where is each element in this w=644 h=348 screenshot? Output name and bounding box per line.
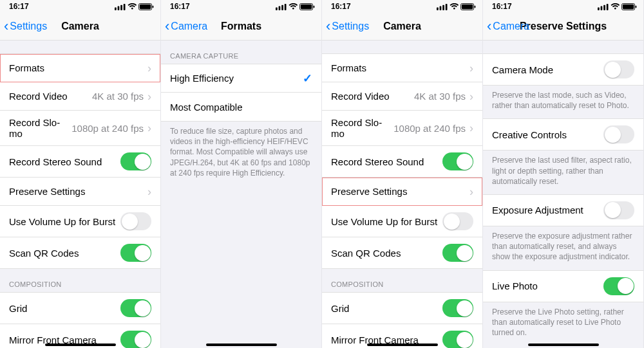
group-composition: Grid Mirror Front Camera View Outside th…	[0, 292, 160, 348]
toggle-grid[interactable]	[442, 299, 473, 317]
svg-rect-7	[276, 7, 278, 10]
signal-icon	[598, 3, 609, 10]
nav-title: Camera	[383, 21, 421, 32]
status-time: 16:17	[170, 2, 190, 11]
nav-bar: ‹Camera Preserve Settings	[483, 13, 643, 41]
toggle-exposure[interactable]	[603, 201, 634, 219]
svg-rect-2	[120, 5, 122, 10]
screen-camera-2: 16:17 ‹Settings Camera Formats› Record V…	[322, 0, 483, 348]
content: Formats› Record Video4K at 30 fps› Recor…	[322, 41, 482, 348]
toggle-vol-burst[interactable]	[120, 212, 151, 230]
status-icons	[115, 3, 154, 10]
row-stereo[interactable]: Record Stereo Sound	[322, 146, 482, 178]
row-formats[interactable]: Formats›	[0, 54, 160, 82]
screen-camera-1: 16:17 ‹Settings Camera Formats› Record V…	[0, 0, 161, 348]
row-record-slomo[interactable]: Record Slo-mo1080p at 240 fps›	[322, 111, 482, 146]
back-button[interactable]: ‹Settings	[4, 19, 47, 33]
row-vol-burst[interactable]: Use Volume Up for Burst	[0, 206, 160, 237]
chevron-left-icon: ‹	[4, 19, 8, 33]
row-camera-mode[interactable]: Camera Mode	[483, 54, 643, 85]
row-record-video[interactable]: Record Video4K at 30 fps›	[322, 82, 482, 111]
row-creative[interactable]: Creative Controls	[483, 119, 643, 150]
row-livephoto[interactable]: Live Photo	[483, 271, 643, 302]
row-most-compatible[interactable]: Most Compatible	[161, 93, 321, 121]
nav-title: Formats	[221, 21, 261, 32]
signal-icon	[437, 3, 448, 10]
svg-rect-1	[118, 6, 120, 10]
row-preserve[interactable]: Preserve Settings›	[0, 178, 160, 206]
battery-icon	[621, 3, 637, 10]
wifi-icon	[128, 3, 137, 10]
chevron-right-icon: ›	[469, 91, 473, 102]
toggle-stereo[interactable]	[120, 152, 151, 170]
back-button[interactable]: ‹Camera	[487, 19, 529, 33]
svg-rect-3	[124, 3, 126, 10]
signal-icon	[276, 3, 287, 10]
chevron-right-icon: ›	[147, 91, 151, 102]
footer-creative: Preserve the last used filter, aspect ra…	[483, 151, 643, 194]
battery-icon	[138, 3, 154, 10]
row-grid[interactable]: Grid	[0, 293, 160, 324]
group-capture: High Efficiency✓ Most Compatible	[161, 64, 321, 122]
row-qr[interactable]: Scan QR Codes	[322, 237, 482, 268]
row-formats[interactable]: Formats›	[322, 54, 482, 82]
status-time: 16:17	[492, 2, 512, 11]
back-button[interactable]: ‹Settings	[326, 19, 369, 33]
chevron-right-icon: ›	[469, 186, 473, 197]
toggle-creative[interactable]	[603, 125, 634, 143]
svg-rect-21	[598, 7, 600, 10]
nav-title: Camera	[61, 21, 99, 32]
toggle-camera-mode[interactable]	[603, 60, 634, 78]
row-high-efficiency[interactable]: High Efficiency✓	[161, 64, 321, 93]
content: Formats› Record Video4K at 30 fps› Recor…	[0, 41, 160, 348]
svg-rect-8	[279, 6, 281, 10]
toggle-mirror[interactable]	[442, 331, 473, 348]
group-main: Formats› Record Video4K at 30 fps› Recor…	[0, 53, 160, 269]
group-composition: Grid Mirror Front Camera View Outside th…	[322, 292, 482, 348]
svg-rect-26	[623, 4, 634, 8]
group-main: Formats› Record Video4K at 30 fps› Recor…	[322, 53, 482, 269]
status-icons	[598, 3, 637, 10]
toggle-qr[interactable]	[442, 244, 473, 262]
battery-icon	[460, 3, 476, 10]
toggle-vol-burst[interactable]	[442, 212, 473, 230]
svg-rect-12	[301, 4, 312, 8]
row-exposure[interactable]: Exposure Adjustment	[483, 195, 643, 226]
status-bar: 16:17	[483, 0, 643, 13]
home-indicator[interactable]	[45, 343, 116, 346]
group-creative: Creative Controls	[483, 118, 643, 151]
toggle-mirror[interactable]	[120, 331, 151, 348]
svg-rect-14	[437, 7, 439, 10]
toggle-livephoto[interactable]	[603, 277, 634, 295]
status-bar: 16:17	[322, 0, 482, 13]
row-qr[interactable]: Scan QR Codes	[0, 237, 160, 268]
row-preserve[interactable]: Preserve Settings›	[322, 178, 482, 206]
battery-icon	[299, 3, 315, 10]
row-vol-burst[interactable]: Use Volume Up for Burst	[322, 206, 482, 237]
back-button[interactable]: ‹Camera	[165, 19, 207, 33]
wifi-icon	[289, 3, 298, 10]
home-indicator[interactable]	[206, 343, 277, 346]
footer-capture: To reduce file size, capture photos and …	[161, 122, 321, 186]
home-indicator[interactable]	[528, 343, 599, 346]
home-indicator[interactable]	[367, 343, 438, 346]
row-stereo[interactable]: Record Stereo Sound	[0, 146, 160, 178]
svg-rect-15	[440, 6, 442, 10]
row-record-video[interactable]: Record Video4K at 30 fps›	[0, 82, 160, 111]
toggle-grid[interactable]	[120, 299, 151, 317]
svg-rect-17	[446, 3, 448, 10]
svg-rect-0	[115, 7, 117, 10]
svg-rect-13	[314, 5, 315, 8]
status-icons	[437, 3, 476, 10]
svg-rect-5	[140, 4, 151, 8]
row-grid[interactable]: Grid	[322, 293, 482, 324]
signal-icon	[115, 3, 126, 10]
section-composition: Composition	[322, 269, 482, 292]
svg-rect-23	[603, 5, 605, 10]
toggle-qr[interactable]	[120, 244, 151, 262]
footer-camera-mode: Preserve the last mode, such as Video, r…	[483, 86, 643, 118]
toggle-stereo[interactable]	[442, 152, 473, 170]
group-camera-mode: Camera Mode	[483, 53, 643, 86]
row-record-slomo[interactable]: Record Slo-mo1080p at 240 fps›	[0, 111, 160, 146]
footer-livephoto: Preserve the Live Photo setting, rather …	[483, 302, 643, 346]
